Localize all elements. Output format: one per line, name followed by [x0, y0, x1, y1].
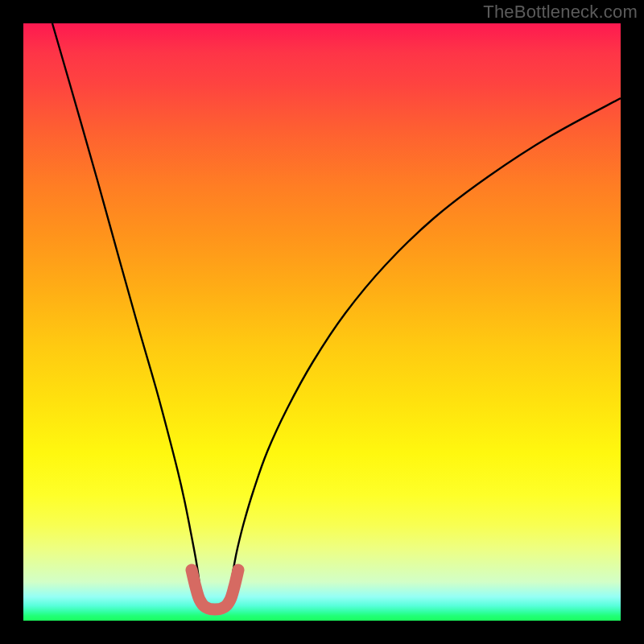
valley-highlight-path [192, 570, 238, 609]
chart-canvas [23, 23, 621, 621]
watermark-text: TheBottleneck.com [483, 2, 638, 23]
left-curve-path [52, 23, 200, 591]
curve-layer [23, 23, 621, 621]
right-curve-path [230, 98, 621, 591]
